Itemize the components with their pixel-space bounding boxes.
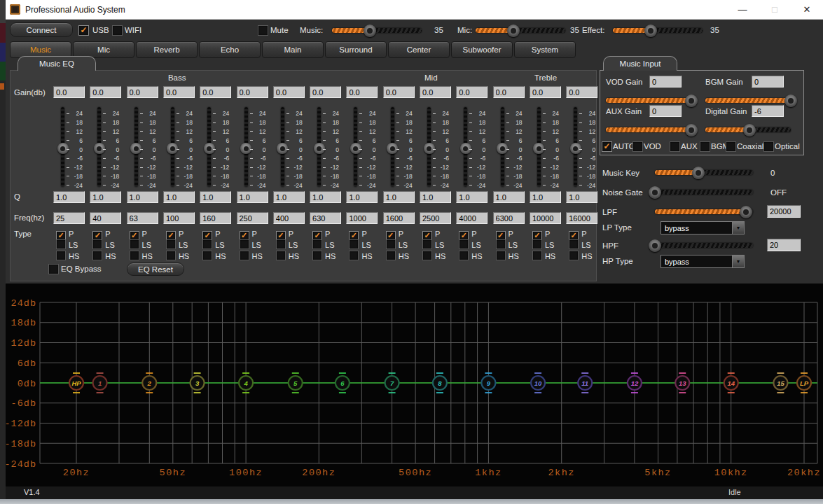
slider-knob[interactable] — [364, 24, 376, 37]
eq-bypass-checkbox[interactable] — [48, 264, 59, 274]
eq-reset-button[interactable]: EQ Reset — [127, 262, 184, 276]
type-hs-checkbox[interactable] — [459, 251, 469, 260]
gain-input[interactable] — [310, 86, 341, 98]
gain-fader[interactable] — [207, 107, 211, 187]
type-ls-checkbox[interactable] — [240, 239, 249, 249]
q-input[interactable] — [200, 191, 231, 203]
freq-input[interactable] — [163, 212, 195, 224]
mute-checkbox[interactable] — [258, 25, 268, 36]
type-hs-checkbox[interactable] — [276, 251, 286, 260]
tab-subwoofer[interactable]: Subwoofer — [451, 41, 513, 58]
eq-node-15[interactable]: 15 — [773, 373, 787, 393]
optical-checkbox[interactable] — [763, 141, 774, 152]
gain-fader[interactable] — [391, 107, 394, 187]
slider-knob[interactable] — [649, 186, 661, 199]
freq-input[interactable] — [420, 212, 451, 224]
music-key-slider[interactable] — [655, 170, 753, 175]
hpf-input[interactable] — [767, 239, 801, 251]
q-input[interactable] — [456, 191, 487, 203]
freq-input[interactable] — [310, 212, 341, 224]
hpf-slider[interactable] — [655, 243, 753, 248]
type-ls-checkbox[interactable] — [92, 239, 102, 249]
eq-node-HP[interactable]: HP — [69, 373, 83, 393]
slider-knob[interactable] — [507, 24, 520, 37]
type-hs-checkbox[interactable] — [569, 251, 579, 260]
freq-input[interactable] — [53, 212, 85, 224]
eq-node-2[interactable]: 2 — [142, 373, 156, 393]
slider-knob[interactable] — [649, 239, 661, 252]
mic-volume-slider[interactable] — [476, 28, 565, 33]
close-button[interactable]: ✕ — [791, 1, 823, 19]
gain-input[interactable] — [90, 86, 121, 98]
music-volume-slider[interactable] — [332, 28, 422, 33]
type-hs-checkbox[interactable] — [422, 251, 432, 260]
eq-node-12[interactable]: 12 — [628, 373, 642, 393]
gain-fader[interactable] — [574, 107, 577, 187]
tab-surround[interactable]: Surround — [325, 41, 387, 58]
gain-fader[interactable] — [464, 107, 467, 187]
gain-input[interactable] — [53, 86, 85, 98]
gain-fader[interactable] — [244, 107, 248, 187]
type-hs-checkbox[interactable] — [56, 251, 66, 260]
gain-input[interactable] — [163, 86, 195, 98]
lp-type-dropdown[interactable]: bypass ▼ — [661, 221, 745, 234]
minimize-button[interactable]: — — [726, 1, 759, 19]
freq-input[interactable] — [456, 212, 487, 224]
type-hs-checkbox[interactable] — [130, 251, 139, 260]
q-input[interactable] — [310, 191, 341, 203]
aux-gain-slider[interactable] — [606, 127, 691, 132]
wifi-checkbox[interactable] — [112, 25, 123, 36]
slider-knob[interactable] — [784, 94, 797, 107]
freq-input[interactable] — [273, 212, 305, 224]
type-hs-checkbox[interactable] — [386, 251, 396, 260]
freq-input[interactable] — [200, 212, 231, 224]
type-hs-checkbox[interactable] — [349, 251, 359, 260]
type-ls-checkbox[interactable] — [130, 239, 139, 249]
q-input[interactable] — [566, 191, 597, 203]
gain-input[interactable] — [566, 86, 597, 98]
type-ls-checkbox[interactable] — [349, 239, 359, 249]
gain-input[interactable] — [200, 86, 231, 98]
slider-knob[interactable] — [685, 124, 698, 136]
eq-node-LP[interactable]: LP — [797, 373, 811, 393]
eq-node-10[interactable]: 10 — [531, 373, 545, 393]
q-input[interactable] — [346, 191, 378, 203]
usb-checkbox[interactable]: ✓ — [78, 25, 89, 36]
type-hs-checkbox[interactable] — [532, 251, 542, 260]
lpf-input[interactable] — [767, 205, 801, 218]
freq-input[interactable] — [493, 212, 525, 224]
slider-knob[interactable] — [644, 24, 657, 37]
type-ls-checkbox[interactable] — [459, 239, 469, 249]
type-hs-checkbox[interactable] — [240, 251, 249, 260]
lpf-slider[interactable] — [655, 209, 753, 214]
eq-node-7[interactable]: 7 — [385, 373, 399, 393]
auto-checkbox[interactable]: ✓ — [602, 141, 612, 152]
hp-type-dropdown[interactable]: bypass ▼ — [661, 255, 745, 268]
eq-node-9[interactable]: 9 — [481, 373, 495, 393]
type-hs-checkbox[interactable] — [312, 251, 322, 260]
q-input[interactable] — [273, 191, 305, 203]
type-ls-checkbox[interactable] — [202, 239, 212, 249]
gain-fader[interactable] — [61, 107, 64, 187]
q-input[interactable] — [163, 191, 195, 203]
q-input[interactable] — [90, 191, 121, 203]
freq-input[interactable] — [383, 212, 415, 224]
digital-gain-slider[interactable] — [705, 127, 791, 132]
freq-input[interactable] — [237, 212, 268, 224]
type-ls-checkbox[interactable] — [569, 239, 579, 249]
vod-gain-input[interactable] — [649, 76, 682, 88]
gain-input[interactable] — [273, 86, 305, 98]
tab-center[interactable]: Center — [388, 41, 450, 58]
eq-node-4[interactable]: 4 — [239, 373, 253, 393]
gain-input[interactable] — [127, 86, 158, 98]
noise-gate-slider[interactable] — [655, 190, 753, 195]
gain-input[interactable] — [493, 86, 525, 98]
chevron-down-icon[interactable]: ▼ — [732, 222, 744, 234]
freq-input[interactable] — [346, 212, 378, 224]
type-ls-checkbox[interactable] — [532, 239, 542, 249]
q-input[interactable] — [237, 191, 268, 203]
gain-fader[interactable] — [537, 107, 541, 187]
eq-node-1[interactable]: 1 — [93, 373, 107, 393]
eq-node-6[interactable]: 6 — [336, 373, 350, 393]
gain-input[interactable] — [456, 86, 487, 98]
